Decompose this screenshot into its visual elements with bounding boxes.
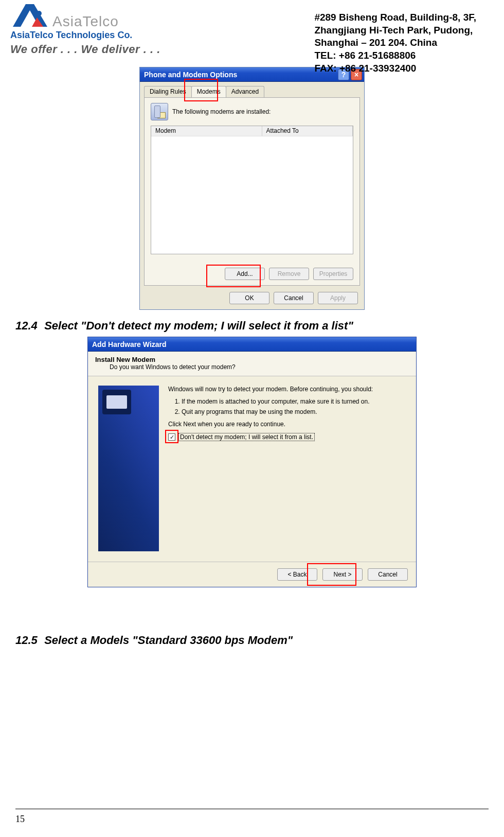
footer-rule <box>15 809 489 809</box>
company-address: #289 Bisheng Road, Building-8, 3F, Zhang… <box>314 11 476 75</box>
phone-modem-dialog: Phone and Modem Options ? × Dialing Rule… <box>139 67 365 310</box>
titlebar[interactable]: Add Hardware Wizard <box>88 337 416 352</box>
wizard-body: Windows will now try to detect your mode… <box>88 376 416 562</box>
dialog-footer: OK Cancel Apply <box>140 290 364 309</box>
properties-button: Properties <box>313 268 353 280</box>
svg-point-0 <box>37 11 42 16</box>
dont-detect-label: Don't detect my modem; I will select it … <box>178 433 315 441</box>
addr-line: Zhangjiang Hi-Tech Park, Pudong, <box>314 24 476 37</box>
cancel-button[interactable]: Cancel <box>368 568 408 581</box>
section-12-5: 12.5 Select a Models "Standard 33600 bps… <box>15 634 504 647</box>
wizard-step-2: Quit any programs that may be using the … <box>182 408 406 415</box>
wizard-sidebar-art <box>98 386 159 551</box>
page-number: 15 <box>15 814 25 825</box>
add-hardware-wizard: Add Hardware Wizard Install New Modem Do… <box>87 337 417 587</box>
section-12-4: 12.4 Select "Don't detect my modem; I wi… <box>15 319 504 333</box>
tagline: We offer . . . We deliver . . . <box>10 43 160 56</box>
tab-advanced[interactable]: Advanced <box>226 86 264 97</box>
fax-icon <box>102 390 131 414</box>
brand-sub: AsiaTelco Technologies Co. <box>10 30 160 41</box>
tabs: Dialing Rules Modems Advanced <box>140 82 364 97</box>
apply-button: Apply <box>318 292 358 304</box>
col-modem[interactable]: Modem <box>151 126 262 136</box>
wizard-subheading: Do you want Windows to detect your modem… <box>110 363 409 371</box>
addr-line: Shanghai – 201 204. China <box>314 37 476 49</box>
wizard-intro: Windows will now try to detect your mode… <box>168 386 406 393</box>
wizard-text: Windows will now try to detect your mode… <box>168 386 406 551</box>
highlight-checkbox <box>165 430 178 443</box>
addr-line: #289 Bisheng Road, Building-8, 3F, <box>314 11 476 24</box>
section-title: Select "Don't detect my modem; I will se… <box>44 319 353 332</box>
tel-line: TEL: +86 21-51688806 <box>314 49 476 62</box>
installed-modems-label: The following modems are installed: <box>172 108 271 115</box>
highlight-add-button <box>206 265 261 287</box>
dialog-title: Add Hardware Wizard <box>92 340 167 348</box>
logo-block: AsiaTelco AsiaTelco Technologies Co. We … <box>10 1 160 56</box>
dialog-title: Phone and Modem Options <box>144 71 237 79</box>
ok-button[interactable]: OK <box>229 292 269 304</box>
tab-panel: The following modems are installed: Mode… <box>144 97 360 286</box>
highlight-next-button <box>307 563 356 586</box>
fax-line: FAX: +86 21-33932400 <box>314 62 476 75</box>
brand-asia: AsiaTelco <box>52 13 119 30</box>
modems-list[interactable]: Modem Attached To <box>151 126 353 254</box>
logo-icon <box>10 1 50 31</box>
dont-detect-row[interactable]: ✓ Don't detect my modem; I will select i… <box>168 433 406 441</box>
section-number: 12.5 <box>15 634 41 647</box>
highlight-modems-tab <box>184 79 218 101</box>
section-title: Select a Models "Standard 33600 bps Mode… <box>44 634 293 647</box>
wizard-click-next: Click Next when you are ready to continu… <box>168 421 406 428</box>
wizard-header: Install New Modem Do you want Windows to… <box>88 352 416 376</box>
col-attached[interactable]: Attached To <box>262 126 353 136</box>
wizard-footer: < Back Next > Cancel <box>88 562 416 587</box>
wizard-heading: Install New Modem <box>95 356 409 363</box>
remove-button: Remove <box>269 268 309 280</box>
phone-modem-icon <box>151 103 168 120</box>
wizard-step-1: If the modem is attached to your compute… <box>182 398 406 405</box>
page-header: AsiaTelco AsiaTelco Technologies Co. We … <box>0 0 504 67</box>
cancel-button[interactable]: Cancel <box>274 292 314 304</box>
section-number: 12.4 <box>15 319 41 333</box>
